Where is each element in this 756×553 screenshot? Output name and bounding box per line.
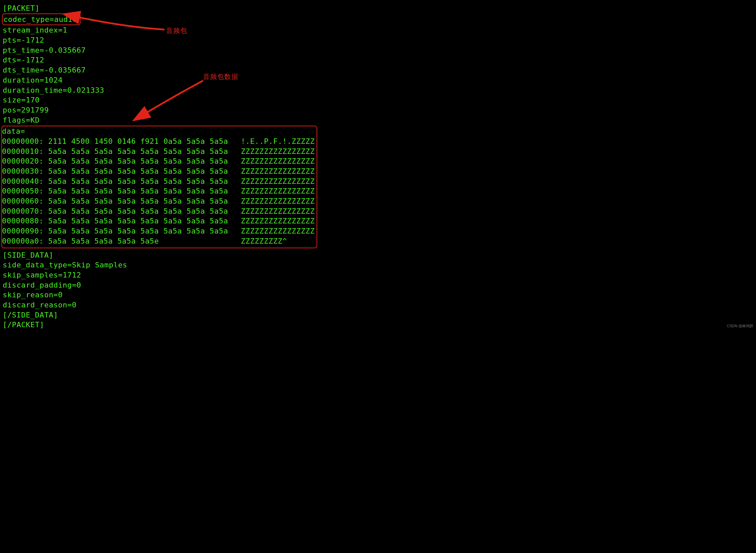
hex-offset: 00000010:: [2, 147, 44, 156]
hex-bytes: 5a5a 5a5a 5a5a 5a5a 5a5a 5a5a 5a5a 5a5a: [44, 207, 228, 215]
dts-line: dts=-1712: [3, 55, 756, 65]
packet-footer-line: [/PACKET]: [3, 320, 756, 330]
hex-bytes: 2111 4500 1450 0146 f921 0a5a 5a5a 5a5a: [44, 137, 228, 145]
hex-offset: 00000020:: [2, 157, 44, 165]
hex-ascii: ZZZZZZZZZZZZZZZZ: [241, 157, 315, 165]
pts-line: pts=-1712: [3, 35, 756, 45]
codec-type-highlight-box: codec_type=audio: [2, 13, 81, 26]
hex-dump-row: 00000010: 5a5a 5a5a 5a5a 5a5a 5a5a 5a5a …: [2, 146, 315, 157]
hex-offset: 000000a0:: [2, 237, 44, 245]
hex-bytes: 5a5a 5a5a 5a5a 5a5a 5a5a 5a5a 5a5a 5a5a: [44, 157, 228, 165]
duration-time-line: duration_time=0.021333: [3, 85, 756, 95]
hex-offset: 00000070:: [2, 207, 44, 215]
skip-reason-line: skip_reason=0: [3, 290, 756, 300]
hex-ascii: ZZZZZZZZZZZZZZZZ: [241, 187, 315, 195]
data-label-line: data=: [2, 126, 315, 136]
annotation-audio-data-label: 音频包数据: [203, 72, 238, 81]
side-data-type-line: side_data_type=Skip Samples: [3, 260, 756, 270]
pts-time-line: pts_time=-0.035667: [3, 45, 756, 55]
hex-bytes: 5a5a 5a5a 5a5a 5a5a 5a5a 5a5a 5a5a 5a5a: [44, 187, 228, 195]
hex-dump-row: 00000030: 5a5a 5a5a 5a5a 5a5a 5a5a 5a5a …: [2, 166, 315, 176]
hex-ascii: ZZZZZZZZZZZZZZZZ: [241, 207, 315, 215]
hex-ascii: ZZZZZZZZZZZZZZZZ: [241, 147, 315, 156]
hex-bytes: 5a5a 5a5a 5a5a 5a5a 5a5a 5a5a 5a5a 5a5a: [44, 217, 228, 225]
hex-bytes: 5a5a 5a5a 5a5a 5a5a 5a5a 5a5a 5a5a 5a5a: [44, 227, 228, 235]
packet-header-line: [PACKET]: [3, 3, 756, 13]
hex-dump-row: 000000a0: 5a5a 5a5a 5a5a 5a5a 5a5e ZZZZZ…: [2, 236, 315, 246]
watermark-text: CSDN @林鸿群: [727, 324, 753, 329]
dts-time-line: dts_time=-0.035667: [3, 65, 756, 75]
hex-bytes: 5a5a 5a5a 5a5a 5a5a 5a5a 5a5a 5a5a 5a5a: [44, 147, 228, 156]
hex-offset: 00000050:: [2, 187, 44, 195]
pos-line: pos=291799: [3, 105, 756, 115]
hex-dump-row: 00000060: 5a5a 5a5a 5a5a 5a5a 5a5a 5a5a …: [2, 196, 315, 206]
hex-offset: 00000090:: [2, 227, 44, 235]
hex-dump-row: 00000050: 5a5a 5a5a 5a5a 5a5a 5a5a 5a5a …: [2, 186, 315, 196]
stream-index-line: stream_index=1: [3, 25, 756, 35]
hex-ascii: ZZZZZZZZZ^: [241, 237, 287, 245]
hex-ascii: ZZZZZZZZZZZZZZZZ: [241, 227, 315, 235]
hex-ascii: ZZZZZZZZZZZZZZZZ: [241, 177, 315, 185]
hex-ascii: ZZZZZZZZZZZZZZZZ: [241, 197, 315, 205]
hex-ascii: ZZZZZZZZZZZZZZZZ: [241, 217, 315, 225]
hex-ascii: !.E..P.F.!.ZZZZZ: [241, 137, 315, 145]
hex-dump-row: 00000070: 5a5a 5a5a 5a5a 5a5a 5a5a 5a5a …: [2, 206, 315, 216]
discard-reason-line: discard_reason=0: [3, 300, 756, 310]
annotation-audio-packet-label: 音频包: [166, 26, 187, 35]
hex-ascii: ZZZZZZZZZZZZZZZZ: [241, 167, 315, 175]
hex-bytes: 5a5a 5a5a 5a5a 5a5a 5a5e: [44, 237, 228, 245]
hex-offset: 00000060:: [2, 197, 44, 205]
hex-offset: 00000030:: [2, 167, 44, 175]
hex-data-highlight-box: data= 00000000: 2111 4500 1450 0146 f921…: [1, 126, 317, 248]
hex-offset: 00000080:: [2, 217, 44, 225]
side-data-header-line: [SIDE_DATA]: [3, 250, 756, 260]
hex-dump-row: 00000040: 5a5a 5a5a 5a5a 5a5a 5a5a 5a5a …: [2, 176, 315, 186]
codec-type-line: codec_type=audio: [3, 13, 756, 26]
discard-padding-line: discard_padding=0: [3, 280, 756, 290]
hex-bytes: 5a5a 5a5a 5a5a 5a5a 5a5a 5a5a 5a5a 5a5a: [44, 167, 228, 175]
flags-line: flags=KD: [3, 115, 756, 125]
skip-samples-line: skip_samples=1712: [3, 270, 756, 280]
size-line: size=170: [3, 95, 756, 105]
duration-line: duration=1024: [3, 75, 756, 85]
hex-offset: 00000040:: [2, 177, 44, 185]
hex-dump-row: 00000000: 2111 4500 1450 0146 f921 0a5a …: [2, 136, 315, 146]
hex-dump-row: 00000020: 5a5a 5a5a 5a5a 5a5a 5a5a 5a5a …: [2, 156, 315, 166]
hex-bytes: 5a5a 5a5a 5a5a 5a5a 5a5a 5a5a 5a5a 5a5a: [44, 177, 228, 185]
hex-dump-row: 00000080: 5a5a 5a5a 5a5a 5a5a 5a5a 5a5a …: [2, 216, 315, 226]
hex-bytes: 5a5a 5a5a 5a5a 5a5a 5a5a 5a5a 5a5a 5a5a: [44, 197, 228, 205]
hex-dump-row: 00000090: 5a5a 5a5a 5a5a 5a5a 5a5a 5a5a …: [2, 226, 315, 236]
side-data-footer-line: [/SIDE_DATA]: [3, 310, 756, 320]
hex-offset: 00000000:: [2, 137, 44, 145]
